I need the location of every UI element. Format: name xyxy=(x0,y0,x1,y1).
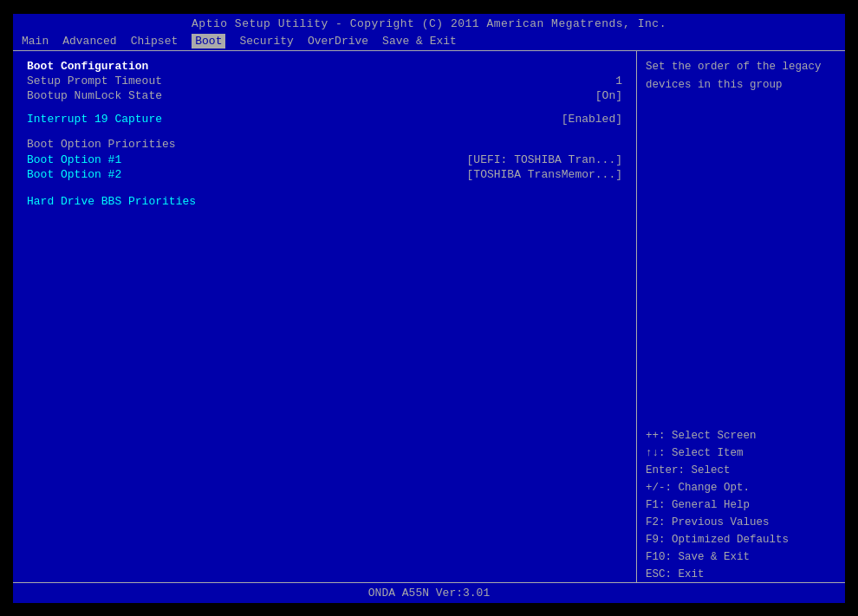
nav-advanced[interactable]: Advanced xyxy=(62,35,116,48)
nav-security[interactable]: Security xyxy=(239,35,293,48)
main-panel: Boot Configuration Setup Prompt Timeout … xyxy=(13,51,637,590)
bootup-numlock-row: Bootup NumLock State [On] xyxy=(27,89,622,102)
hint-change-opt: +/-: Change Opt. xyxy=(646,479,836,496)
boot-option-2-row[interactable]: Boot Option #2 [TOSHIBA TransMemor...] xyxy=(27,168,622,181)
boot-option-2-value: [TOSHIBA TransMemor...] xyxy=(467,168,622,181)
interrupt-value: [Enabled] xyxy=(562,113,622,127)
setup-prompt-row: Setup Prompt Timeout 1 xyxy=(27,75,622,88)
boot-configuration-label: Boot Configuration xyxy=(27,60,622,73)
boot-option-2-label: Boot Option #2 xyxy=(27,168,121,181)
hard-drive-label[interactable]: Hard Drive BBS Priorities xyxy=(27,195,622,208)
hint-select-item: ↑↓: Select Item xyxy=(646,444,836,462)
setup-prompt-value: 1 xyxy=(615,75,622,88)
boot-option-1-value: [UEFI: TOSHIBA Tran...] xyxy=(467,153,622,166)
bootup-numlock-value: [On] xyxy=(595,89,622,102)
nav-boot[interactable]: Boot xyxy=(192,34,225,49)
hint-save-exit: F10: Save & Exit xyxy=(646,548,836,566)
title-text: Aptio Setup Utility - Copyright (C) 2011… xyxy=(192,17,666,30)
footer-label: ONDA A55N Ver:3.01 xyxy=(368,587,490,600)
bootup-numlock-label: Bootup NumLock State xyxy=(27,89,162,102)
nav-overdrive[interactable]: OverDrive xyxy=(308,35,368,48)
interrupt-row[interactable]: Interrupt 19 Capture [Enabled] xyxy=(27,113,622,127)
boot-option-priorities-label: Boot Option Priorities xyxy=(27,138,622,151)
setup-prompt-label: Setup Prompt Timeout xyxy=(27,75,162,88)
boot-option-1-row[interactable]: Boot Option #1 [UEFI: TOSHIBA Tran...] xyxy=(27,153,622,166)
hint-general-help: F1: General Help xyxy=(646,496,836,514)
hint-section: ++: Select Screen ↑↓: Select Item Enter:… xyxy=(646,418,836,583)
content-area: Boot Configuration Setup Prompt Timeout … xyxy=(13,51,845,590)
nav-main[interactable]: Main xyxy=(22,35,49,48)
help-text: Set the order of the legacy devices in t… xyxy=(646,58,836,95)
hint-esc-exit: ESC: Exit xyxy=(646,566,836,583)
interrupt-label: Interrupt 19 Capture xyxy=(27,113,162,126)
title-bar: Aptio Setup Utility - Copyright (C) 2011… xyxy=(13,14,845,32)
hint-enter-select: Enter: Select xyxy=(646,462,836,479)
nav-chipset[interactable]: Chipset xyxy=(131,35,179,48)
hint-optimized-defaults: F9: Optimized Defaults xyxy=(646,531,836,548)
nav-save-exit[interactable]: Save & Exit xyxy=(382,35,457,48)
hint-select-screen: ++: Select Screen xyxy=(646,427,836,444)
side-panel: Set the order of the legacy devices in t… xyxy=(637,51,845,590)
boot-option-1-label: Boot Option #1 xyxy=(27,153,121,166)
footer-bar: ONDA A55N Ver:3.01 xyxy=(13,582,845,603)
nav-bar: Main Advanced Chipset Boot Security Over… xyxy=(13,32,845,50)
hint-previous-values: F2: Previous Values xyxy=(646,514,836,531)
